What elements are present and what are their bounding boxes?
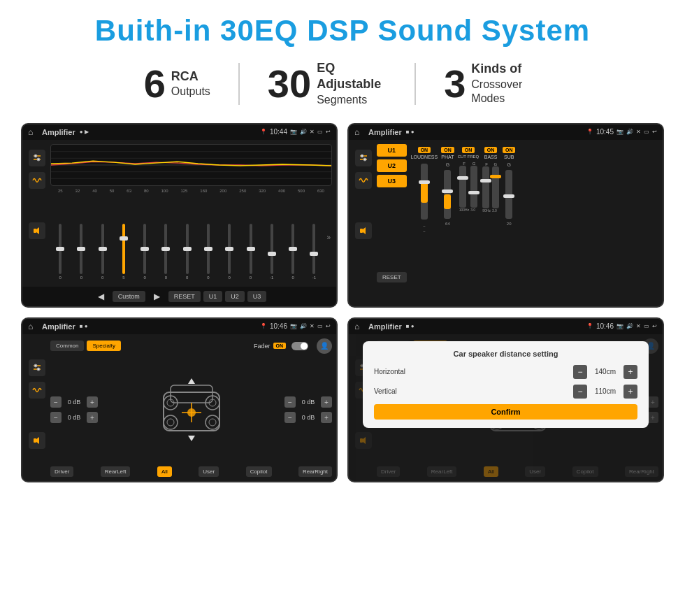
distance-screen-wrapper: ⌂ Amplifier ■ ● 📍 10:46 📷 🔊 ✕ ▭ ↩: [347, 317, 664, 482]
fader-screen-wrapper: ⌂ Amplifier ■ ● 📍 10:46 📷 🔊 ✕ ▭ ↩: [21, 317, 338, 482]
bass-on-badge[interactable]: ON: [484, 147, 498, 153]
eq-slider-8[interactable]: 0: [199, 224, 218, 280]
eq-vol-icon: 🔊: [300, 129, 307, 135]
fader-all-button[interactable]: All: [157, 466, 172, 477]
fader-filter-icon[interactable]: [29, 359, 45, 376]
bass-control: ON BASS F 90Hz: [482, 147, 499, 213]
fader-user-button[interactable]: User: [199, 466, 219, 477]
fader-on-badge[interactable]: ON: [273, 343, 287, 349]
fader-content-wrapper: Common Specialty Fader ON 👤: [50, 338, 332, 477]
cutfreq-on-badge[interactable]: ON: [462, 147, 475, 153]
fader-rearright-button[interactable]: RearRight: [298, 466, 332, 477]
eq-slider-7[interactable]: 0: [178, 224, 197, 280]
crossover-filter-icon[interactable]: [355, 150, 372, 166]
fader-plus-4[interactable]: +: [321, 412, 332, 423]
fader-minus-4[interactable]: −: [284, 412, 296, 423]
eq-slider-2[interactable]: 0: [71, 224, 91, 280]
eq-back-icon[interactable]: ↩: [326, 129, 331, 135]
eq-filter-icon[interactable]: [29, 150, 45, 166]
fader-plus-1[interactable]: +: [87, 396, 98, 408]
vertical-plus-button[interactable]: +: [623, 385, 637, 399]
eq-wave-icon[interactable]: [29, 172, 45, 189]
distance-home-icon[interactable]: ⌂: [354, 322, 364, 331]
distance-all-btn: All: [484, 466, 498, 477]
eq-u2-button[interactable]: U2: [225, 291, 245, 302]
fader-home-icon[interactable]: ⌂: [28, 322, 38, 331]
svg-point-18: [37, 368, 40, 371]
home-icon[interactable]: ⌂: [28, 127, 38, 137]
crossover-reset-button[interactable]: RESET: [377, 272, 407, 282]
eq-slider-9[interactable]: 0: [219, 224, 239, 280]
fader-common-tab[interactable]: Common: [50, 341, 84, 351]
fader-screen-icon: ▭: [317, 323, 323, 329]
fader-copilot-button[interactable]: Copilot: [246, 466, 272, 477]
eq-slider-11[interactable]: -1: [262, 224, 282, 280]
eq-expand-icon[interactable]: »: [325, 232, 332, 243]
fader-db-value-2: 0 dB: [64, 414, 85, 421]
eq-u3-button[interactable]: U3: [247, 291, 267, 302]
crossover-controls: ON LOUDNESS − −: [411, 144, 658, 282]
fader-minus-2[interactable]: −: [50, 412, 62, 423]
stat-label-rca: RCA Outputs: [171, 69, 210, 99]
cutfreq-label: CUT FREQ: [458, 155, 480, 159]
distance-rearright-btn: RearRight: [625, 466, 658, 477]
svg-point-27: [167, 419, 174, 426]
eq-slider-1[interactable]: 0: [50, 224, 70, 280]
fader-driver-button[interactable]: Driver: [50, 466, 73, 477]
fader-person-icon[interactable]: 👤: [317, 338, 332, 354]
eq-main-area: 2532405063 80100125160200 25032040050063…: [22, 140, 336, 287]
distance-rearleft-btn: RearLeft: [427, 466, 457, 477]
eq-custom-button[interactable]: Custom: [113, 291, 145, 302]
eq-u1-button[interactable]: U1: [203, 291, 223, 302]
fader-rearleft-button[interactable]: RearLeft: [101, 466, 131, 477]
eq-slider-6[interactable]: 0: [156, 224, 175, 280]
cutfreq-control: ON CUT FREQ F 100Hz: [458, 147, 480, 212]
stat-rca: 6 RCA Outputs: [116, 64, 238, 103]
eq-slider-5[interactable]: 0: [135, 224, 154, 280]
fader-wave-icon[interactable]: [29, 382, 45, 399]
loudness-on-badge[interactable]: ON: [418, 147, 431, 153]
channel-u1-button[interactable]: U1: [377, 144, 407, 157]
channel-u2-button[interactable]: U2: [377, 159, 407, 172]
fader-main-area: Common Specialty Fader ON 👤: [22, 334, 336, 481]
eq-speaker-icon[interactable]: [29, 222, 45, 239]
svg-rect-4: [34, 229, 36, 233]
eq-reset-button[interactable]: RESET: [168, 291, 201, 302]
phat-on-badge[interactable]: ON: [441, 147, 454, 153]
eq-slider-10[interactable]: 0: [240, 224, 260, 280]
vertical-minus-button[interactable]: −: [573, 385, 587, 399]
stats-row: 6 RCA Outputs 30 EQ Adjustable Segments …: [21, 60, 664, 108]
crossover-status-right: 📍 10:45 📷 🔊 ✕ ▭ ↩: [586, 128, 657, 136]
eq-prev-button[interactable]: ◀: [92, 289, 110, 303]
svg-point-29: [209, 419, 216, 426]
distance-speaker-icon: [355, 432, 372, 449]
crossover-back-icon[interactable]: ↩: [652, 129, 657, 135]
fader-x-icon: ✕: [310, 323, 315, 329]
horizontal-minus-button[interactable]: −: [573, 365, 587, 379]
fader-plus-3[interactable]: +: [321, 396, 332, 408]
sub-on-badge[interactable]: ON: [503, 147, 516, 153]
fader-specialty-tab[interactable]: Specialty: [87, 341, 120, 351]
horizontal-plus-button[interactable]: +: [623, 365, 637, 379]
eq-slider-12[interactable]: 0: [283, 224, 303, 280]
eq-slider-13[interactable]: -1: [304, 224, 324, 280]
distance-plus-3: +: [647, 396, 658, 408]
crossover-wave-icon[interactable]: [355, 172, 372, 189]
fader-back-icon[interactable]: ↩: [326, 323, 331, 329]
fader-minus-1[interactable]: −: [50, 396, 62, 408]
distance-screen-content: Common Specialty ON 👤 − 0 dB: [349, 334, 663, 481]
crossover-location-icon: 📍: [586, 129, 593, 135]
fader-minus-3[interactable]: −: [284, 396, 296, 408]
stat-crossover: 3 Kinds of Crossover Modes: [416, 61, 569, 106]
distance-back-icon[interactable]: ↩: [652, 323, 657, 329]
crossover-speaker-icon[interactable]: [355, 222, 372, 239]
eq-next-button[interactable]: ▶: [148, 289, 166, 303]
channel-u3-button[interactable]: U3: [377, 175, 407, 187]
crossover-home-icon[interactable]: ⌂: [354, 127, 364, 137]
confirm-button[interactable]: Confirm: [374, 404, 637, 420]
fader-speaker-icon[interactable]: [29, 432, 45, 449]
distance-status-bar: ⌂ Amplifier ■ ● 📍 10:46 📷 🔊 ✕ ▭ ↩: [349, 319, 663, 334]
eq-slider-3[interactable]: 0: [93, 224, 113, 280]
eq-slider-4[interactable]: 5: [114, 224, 134, 280]
fader-plus-2[interactable]: +: [87, 412, 98, 423]
